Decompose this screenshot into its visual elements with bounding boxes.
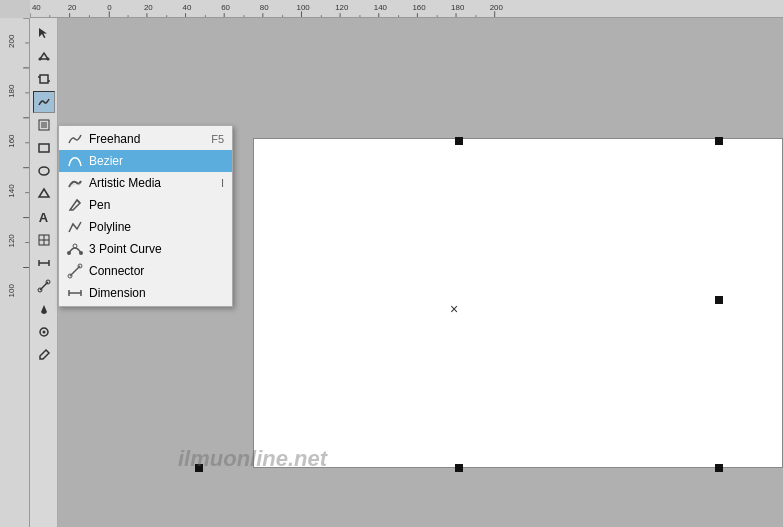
polygon-tool[interactable] [33, 183, 55, 205]
handle-bl[interactable] [195, 464, 203, 472]
svg-text:120: 120 [335, 4, 348, 13]
svg-text:200: 200 [7, 34, 16, 48]
svg-text:140: 140 [374, 4, 387, 13]
svg-rect-0 [30, 0, 783, 17]
crop-tool[interactable] [33, 68, 55, 90]
artistic-media-icon [67, 175, 83, 191]
menu-item-artistic-media[interactable]: Artistic Media I [59, 172, 232, 194]
smart-fill-tool[interactable] [33, 114, 55, 136]
text-tool[interactable]: A [33, 206, 55, 228]
menu-item-freehand[interactable]: Freehand F5 [59, 128, 232, 150]
handle-bc[interactable] [455, 464, 463, 472]
svg-text:80: 80 [260, 4, 269, 13]
svg-text:120: 120 [7, 234, 16, 248]
menu-item-dimension[interactable]: Dimension [59, 282, 232, 304]
flyout-menu: Freehand F5 Bezier Artistic Media I Pen … [58, 125, 233, 307]
svg-text:20: 20 [68, 4, 77, 13]
svg-point-58 [46, 58, 49, 61]
dimension-menu-icon [67, 285, 83, 301]
menu-item-pen[interactable]: Pen [59, 194, 232, 216]
ruler-left: 200 180 160 140 120 100 [0, 18, 30, 527]
handle-tc[interactable] [455, 137, 463, 145]
select-tool[interactable] [33, 22, 55, 44]
polyline-label: Polyline [89, 220, 131, 234]
connector-tool[interactable] [33, 275, 55, 297]
svg-text:160: 160 [412, 4, 425, 13]
bezier-icon [67, 153, 83, 169]
svg-point-79 [67, 251, 71, 255]
svg-point-65 [39, 167, 49, 175]
handle-tr[interactable] [715, 137, 723, 145]
svg-rect-59 [40, 75, 48, 83]
svg-text:100: 100 [297, 4, 310, 13]
ellipse-tool[interactable] [33, 160, 55, 182]
svg-text:20: 20 [144, 4, 153, 13]
svg-text:60: 60 [221, 4, 230, 13]
artistic-media-shortcut: I [221, 177, 224, 189]
3point-curve-label: 3 Point Curve [89, 242, 162, 256]
handle-br[interactable] [715, 464, 723, 472]
svg-point-77 [42, 331, 45, 334]
connector-label: Connector [89, 264, 144, 278]
bezier-label: Bezier [89, 154, 123, 168]
menu-item-polyline[interactable]: Polyline [59, 216, 232, 238]
fill-tool[interactable] [33, 298, 55, 320]
svg-text:100: 100 [7, 284, 16, 298]
freehand-tool[interactable] [33, 91, 55, 113]
svg-text:180: 180 [7, 84, 16, 98]
eyedropper-tool[interactable] [33, 344, 55, 366]
table-tool[interactable] [33, 229, 55, 251]
svg-text:140: 140 [7, 184, 16, 198]
polyline-icon [67, 219, 83, 235]
pen-label: Pen [89, 198, 110, 212]
toolbar-left: A [30, 18, 58, 527]
svg-rect-64 [39, 144, 49, 152]
dimension-label: Dimension [89, 286, 146, 300]
menu-item-bezier[interactable]: Bezier [59, 150, 232, 172]
freehand-icon [67, 131, 83, 147]
svg-point-80 [79, 251, 83, 255]
svg-text:200: 200 [490, 4, 503, 13]
dimension-tool[interactable] [33, 252, 55, 274]
artistic-media-label: Artistic Media [89, 176, 161, 190]
svg-rect-63 [41, 122, 47, 128]
freehand-label: Freehand [89, 132, 140, 146]
connector-icon [67, 263, 83, 279]
menu-item-connector[interactable]: Connector [59, 260, 232, 282]
svg-point-57 [38, 58, 41, 61]
svg-text:40: 40 [183, 4, 192, 13]
svg-text:40: 40 [32, 4, 41, 13]
interactive-tool[interactable] [33, 321, 55, 343]
svg-text:160: 160 [7, 134, 16, 148]
menu-item-3point-curve[interactable]: 3 Point Curve [59, 238, 232, 260]
pen-icon [67, 197, 83, 213]
svg-text:180: 180 [451, 4, 464, 13]
ruler-top: 40 20 0 20 40 60 80 100 120 140 160 180 … [30, 0, 783, 18]
3point-curve-icon [67, 241, 83, 257]
rectangle-tool[interactable] [33, 137, 55, 159]
node-tool[interactable] [33, 45, 55, 67]
handle-mr[interactable] [715, 296, 723, 304]
svg-marker-66 [39, 189, 49, 197]
svg-text:0: 0 [107, 4, 111, 13]
page [253, 138, 783, 468]
svg-line-78 [77, 200, 80, 203]
freehand-shortcut: F5 [211, 133, 224, 145]
